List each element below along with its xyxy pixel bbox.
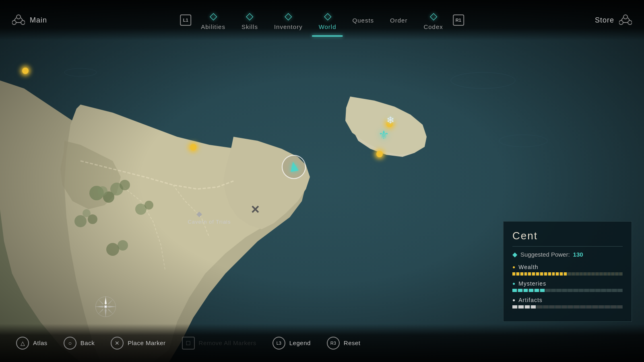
tab-abilities[interactable]: ◇ Abilities [194,7,232,33]
svg-point-20 [21,21,25,25]
quests-label: Quests [353,17,374,24]
wealth-marker-4[interactable] [376,151,383,157]
tab-order[interactable]: Order [384,14,414,27]
svg-line-21 [14,18,16,21]
compass [95,296,117,318]
info-panel: Cent ◆ Suggested Power: 130 ● Wealth ● M… [503,221,632,322]
svg-point-18 [17,15,21,19]
wealth-bar [512,272,623,276]
reset-button[interactable]: R3 Reset [327,337,361,350]
wealth-label: Wealth [518,264,538,270]
mysteries-bar [512,289,623,292]
codex-icon: ◇ [430,10,437,22]
artifacts-dot: ● [512,297,515,303]
power-row: ◆ Suggested Power: 130 [512,251,623,258]
svg-line-28 [628,18,630,21]
inventory-label: Inventory [274,23,303,30]
svg-marker-34 [105,309,107,316]
back-button[interactable]: ○ Back [64,337,95,350]
svg-point-25 [619,21,623,25]
r3-btn: R3 [327,337,340,350]
legend-button[interactable]: L3 Legend [272,337,311,350]
skills-icon: ◇ [246,10,253,22]
svg-line-27 [621,18,623,21]
power-label: Suggested Power: [520,251,570,258]
svg-point-24 [623,15,627,19]
svg-point-19 [12,21,16,25]
region-name: Cent [512,230,623,242]
tab-world[interactable]: ◇ World [312,7,343,33]
top-nav: Main L1 ◇ Abilities ◇ Skills ◇ Inventory… [0,0,644,40]
main-label[interactable]: Main [30,16,47,25]
power-value: 130 [573,251,583,258]
remove-markers-label: Remove All Markers [199,339,256,346]
circle-btn: ○ [64,337,76,350]
l3-btn: L3 [272,337,285,350]
svg-line-22 [21,18,23,21]
mysteries-label: Mysteries [518,280,546,287]
reset-label: Reset [344,339,361,346]
ruins-marker[interactable]: ❄ [386,115,394,126]
wealth-dot: ● [512,264,515,270]
mysteries-dot: ● [512,281,515,286]
inventory-icon: ◇ [285,10,292,22]
store-label[interactable]: Store [595,16,614,25]
eagle-marker[interactable]: ⚜ [378,128,389,142]
nav-center: L1 ◇ Abilities ◇ Skills ◇ Inventory ◇ Wo… [180,7,464,33]
store-icon [619,14,632,27]
world-icon: ◇ [324,10,331,22]
place-marker-label: Place Marker [128,339,165,346]
wealth-row: ● Wealth [512,264,623,276]
square-btn: □ [182,337,195,350]
atlas-button[interactable]: △ Atlas [16,337,47,350]
artifacts-label: Artifacts [518,297,543,303]
legend-label: Legend [289,339,311,346]
power-icon: ◆ [512,251,517,258]
tab-skills[interactable]: ◇ Skills [235,7,264,33]
abilities-label: Abilities [201,23,225,30]
tab-codex[interactable]: ◇ Codex [417,7,449,33]
player-marker [282,155,306,179]
x-btn: ✕ [111,337,124,350]
x-marker[interactable]: ✕ [250,204,260,216]
remove-markers-button: □ Remove All Markers [182,337,256,350]
r1-button[interactable]: R1 [453,14,464,26]
wealth-marker-1[interactable] [22,68,29,74]
artifacts-bar [512,305,623,309]
svg-point-26 [628,21,632,25]
svg-marker-37 [98,299,103,304]
world-label: World [319,23,336,30]
main-icon [12,14,25,27]
skills-label: Skills [242,23,258,30]
svg-point-42 [105,306,107,308]
svg-marker-35 [96,306,103,308]
bottom-bar: △ Atlas ○ Back ✕ Place Marker □ Remove A… [0,324,644,362]
place-marker-button[interactable]: ✕ Place Marker [111,337,165,350]
l1-button[interactable]: L1 [180,14,191,26]
order-label: Order [390,17,407,24]
abilities-icon: ◇ [210,10,217,22]
artifacts-row: ● Artifacts [512,297,623,309]
codex-label: Codex [423,23,443,30]
wealth-marker-2[interactable] [190,144,196,150]
mysteries-row: ● Mysteries [512,280,623,292]
atlas-label: Atlas [33,339,47,346]
svg-marker-40 [108,309,114,315]
svg-marker-39 [98,309,103,315]
svg-marker-38 [108,299,114,304]
panel-divider [512,246,623,247]
svg-marker-33 [105,297,107,304]
tab-quests[interactable]: Quests [346,14,381,27]
svg-marker-36 [108,306,115,308]
triangle-btn: △ [16,337,29,350]
nav-right: Store [595,14,632,27]
back-label: Back [80,339,95,346]
nav-left: Main [12,14,47,27]
tab-inventory[interactable]: ◇ Inventory [268,7,309,33]
